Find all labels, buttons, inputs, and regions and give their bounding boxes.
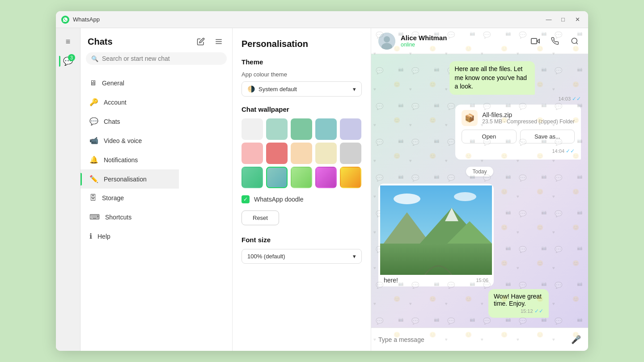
font-size-chevron-icon: ▾ (353, 253, 356, 260)
settings-item-account[interactable]: 🔑 Account (80, 93, 179, 112)
chat-messages: Here are all the files. Let me know once… (371, 54, 588, 328)
search-chat-button[interactable] (568, 35, 581, 47)
wallpaper-swatch-7[interactable] (266, 143, 288, 164)
message-time-5: 15:12 ✓✓ (494, 308, 543, 314)
font-size-dropdown[interactable]: 100% (default) ▾ (242, 249, 362, 264)
app-window: WhatsApp — □ ✕ ≡ 💬 3 Chats (56, 11, 588, 351)
settings-item-help[interactable]: ℹ Help (80, 227, 179, 246)
microphone-icon[interactable]: 🎤 (571, 335, 581, 345)
wallpaper-grid (242, 118, 362, 188)
shortcuts-icon: ⌨ (89, 213, 100, 221)
chats-tab-icon[interactable]: 💬 3 (59, 52, 77, 70)
settings-item-general[interactable]: 🖥 General (80, 74, 179, 93)
wallpaper-swatch-4[interactable] (315, 118, 337, 140)
notifications-icon: 🔔 (89, 156, 98, 164)
sent-text-bubble-1: Here are all the files. Let me know once… (449, 61, 535, 95)
msg-check-1: ✓✓ (572, 96, 581, 102)
svg-line-14 (576, 42, 577, 44)
maximize-button[interactable]: □ (558, 14, 568, 25)
storage-icon: 🗄 (89, 194, 97, 202)
title-bar: WhatsApp — □ ✕ (56, 11, 588, 28)
message-time-1: 14:03 ✓✓ (449, 96, 581, 102)
svg-point-22 (454, 192, 476, 201)
wallpaper-swatch-11[interactable] (242, 167, 263, 188)
contact-info: Alice Whitman online (401, 34, 524, 48)
file-info: 📦 All-files.zip 23.5 MB · Compressed (zi… (462, 110, 575, 126)
app-colour-theme-label: App colour theme (242, 71, 362, 78)
shortcuts-label: Shortcuts (105, 214, 131, 221)
chat-header: Alice Whitman online (371, 28, 588, 54)
settings-item-chats[interactable]: 💬 Chats (80, 112, 179, 131)
chat-area: 💬 😊 ♥ 📷 (371, 28, 588, 351)
wallpaper-swatch-5[interactable] (340, 118, 361, 140)
hamburger-icon: ≡ (66, 37, 71, 46)
photo-caption: here! 15:06 (380, 275, 492, 285)
open-file-button[interactable]: Open (462, 130, 516, 143)
theme-dropdown-inner: 🌗 System default (247, 85, 297, 93)
wallpaper-swatch-1[interactable] (242, 118, 263, 140)
wallpaper-swatch-2[interactable] (266, 118, 288, 140)
help-label: Help (97, 233, 110, 240)
sent-text-bubble-2: Wow! Have great time. Enjoy. 15:12 ✓✓ (488, 289, 549, 318)
wallpaper-swatch-9[interactable] (315, 143, 337, 164)
app-title: WhatsApp (73, 16, 543, 23)
theme-dropdown[interactable]: 🌗 System default ▾ (242, 81, 362, 97)
wallpaper-swatch-13[interactable] (291, 167, 312, 188)
settings-item-storage[interactable]: 🗄 Storage (80, 189, 179, 207)
settings-item-shortcuts[interactable]: ⌨ Shortcuts (80, 207, 179, 227)
save-as-button[interactable]: Save as... (520, 130, 575, 143)
filter-button[interactable] (212, 35, 225, 48)
photo-image[interactable] (380, 185, 492, 275)
settings-item-notifications[interactable]: 🔔 Notifications (80, 150, 179, 169)
wallpaper-swatch-15[interactable] (340, 167, 361, 188)
window-controls: — □ ✕ (543, 14, 583, 25)
contact-name: Alice Whitman (401, 34, 524, 42)
zip-file-icon: 📦 (462, 110, 478, 126)
voice-call-button[interactable] (549, 35, 561, 47)
doodle-checkbox-row: ✓ WhatsApp doodle (242, 195, 362, 203)
menu-icon-button[interactable]: ≡ (59, 33, 77, 51)
wallpaper-swatch-10[interactable] (340, 143, 361, 164)
photo-bubble: here! 15:06 (378, 184, 494, 286)
settings-item-personalisation[interactable]: ✏️ Personalisation (80, 169, 179, 189)
wallpaper-swatch-12[interactable] (266, 167, 288, 188)
svg-point-9 (384, 36, 390, 42)
video-call-button[interactable] (529, 35, 542, 47)
chats-panel: Chats 🔍 🖥 General (80, 28, 233, 351)
search-input[interactable] (102, 55, 221, 62)
message-input[interactable] (378, 336, 567, 343)
storage-label: Storage (102, 194, 124, 202)
close-button[interactable]: ✕ (572, 14, 583, 25)
chats-badge: 3 (68, 54, 75, 61)
doodle-label: WhatsApp doodle (254, 196, 304, 203)
reset-button[interactable]: Reset (242, 210, 279, 225)
minimize-button[interactable]: — (543, 14, 554, 25)
settings-item-video-voice[interactable]: 📹 Video & voice (80, 131, 179, 150)
svg-point-13 (572, 38, 577, 43)
personalisation-panel: Personalisation Theme App colour theme 🌗… (233, 28, 371, 351)
general-label: General (102, 80, 124, 87)
chats-icon: 💬 (89, 117, 98, 126)
font-size-value: 100% (default) (247, 253, 285, 260)
contact-avatar (378, 33, 395, 50)
message-text-1: Here are all the files. Let me know once… (455, 65, 527, 90)
new-chat-button[interactable] (195, 35, 207, 48)
theme-section-title: Theme (242, 58, 362, 66)
account-icon: 🔑 (89, 98, 98, 106)
app-body: ≡ 💬 3 Chats (56, 28, 588, 351)
app-logo (61, 16, 69, 24)
account-label: Account (104, 99, 127, 106)
chats-header-icons (195, 35, 225, 48)
wallpaper-swatch-3[interactable] (291, 118, 312, 140)
settings-panel: 🖥 General 🔑 Account 💬 Chats 📹 Video & vo… (80, 69, 179, 351)
file-size: 23.5 MB · Compressed (zipped) Folder (482, 118, 575, 125)
wallpaper-swatch-14[interactable] (315, 167, 337, 188)
wallpaper-swatch-8[interactable] (291, 143, 312, 164)
icon-sidebar: ≡ 💬 3 (56, 28, 80, 351)
font-size-section-title: Font size (242, 236, 362, 244)
video-voice-label: Video & voice (104, 137, 142, 144)
wallpaper-swatch-6[interactable] (242, 143, 263, 164)
svg-rect-20 (380, 244, 492, 275)
doodle-checkbox[interactable]: ✓ (242, 195, 250, 203)
contact-status: online (401, 42, 524, 48)
